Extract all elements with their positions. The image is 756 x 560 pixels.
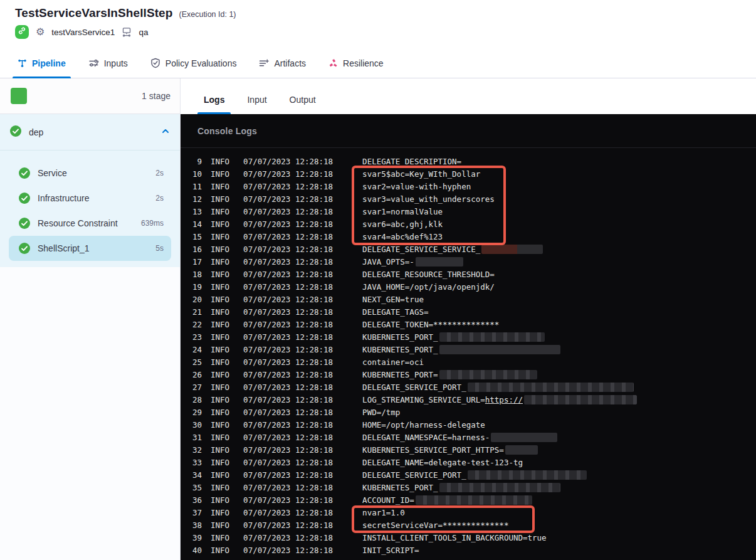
line-number: 21: [187, 307, 202, 317]
chevron-up-icon[interactable]: [161, 127, 170, 138]
stage-group-name: dep: [29, 127, 161, 137]
line-number: 39: [187, 533, 202, 542]
main-nav-tabs: PipelineInputsPolicy EvaluationsArtifact…: [0, 48, 756, 78]
log-level: INFO: [211, 533, 229, 542]
step-success-icon: [19, 243, 30, 254]
execution-id-label: (Execution Id: 1): [179, 10, 236, 19]
resilience-icon: [328, 58, 338, 68]
log-level: INFO: [211, 207, 229, 216]
log-timestamp: 07/07/2023 12:28:18: [243, 207, 333, 216]
redaction-box: [439, 345, 560, 354]
log-link[interactable]: https://: [485, 395, 523, 404]
log-timestamp: 07/07/2023 12:28:18: [243, 357, 333, 367]
log-tab-output[interactable]: Output: [283, 95, 322, 114]
log-text: HOME=/opt/harness-delegate: [362, 420, 485, 430]
log-timestamp: 07/07/2023 12:28:18: [243, 345, 333, 354]
log-text: svar2=value-with-hyphen: [362, 182, 471, 191]
log-timestamp: 07/07/2023 12:28:18: [243, 194, 333, 204]
stage-group: dep Service2sInfrastructure2sResource Co…: [0, 114, 180, 267]
log-text: INSTALL_CLIENT_TOOLS_IN_BACKGROUND=true: [362, 533, 547, 542]
step-name: Service: [38, 168, 155, 178]
log-row: 29INFO07/07/2023 12:28:18PWD=/tmp: [181, 406, 756, 418]
log-level: INFO: [211, 508, 229, 517]
log-message: PWD=/tmp: [362, 408, 400, 417]
redaction-box: [524, 395, 637, 404]
nav-tab-label: Inputs: [104, 58, 128, 68]
log-message: container=oci: [362, 357, 424, 367]
nav-tab-policy-evaluations[interactable]: Policy Evaluations: [145, 48, 242, 78]
step-row-resource-constraint[interactable]: Resource Constraint639ms: [9, 211, 171, 236]
line-number: 16: [187, 245, 202, 254]
log-row: 31INFO07/07/2023 12:28:18DELEGATE_NAMESP…: [181, 431, 756, 443]
step-name: ShellScript_1: [38, 243, 155, 253]
step-duration: 2s: [155, 169, 164, 177]
log-tab-input[interactable]: Input: [241, 95, 273, 114]
console-panel[interactable]: Console Logs 9INFO07/07/2023 12:28:18DEL…: [181, 114, 756, 560]
log-timestamp: 07/07/2023 12:28:18: [243, 420, 333, 430]
log-text: svar3=value_with_underscores: [362, 194, 495, 204]
stage-summary-bar: 1 stage: [0, 78, 180, 114]
log-timestamp: 07/07/2023 12:28:18: [243, 219, 333, 229]
log-timestamp: 07/07/2023 12:28:18: [243, 307, 333, 317]
step-success-icon: [19, 218, 30, 229]
line-number: 32: [187, 445, 202, 455]
step-row-infrastructure[interactable]: Infrastructure2s: [9, 186, 171, 211]
service-name[interactable]: testVarsService1: [51, 28, 115, 37]
nav-tab-inputs[interactable]: Inputs: [83, 48, 133, 78]
log-timestamp: 07/07/2023 12:28:18: [243, 270, 333, 279]
log-message: ACCOUNT_ID=: [362, 495, 532, 505]
environment-icon: [122, 27, 132, 37]
stage-group-header[interactable]: dep: [0, 114, 180, 151]
log-level: INFO: [211, 245, 229, 254]
log-text: JAVA_HOME=/opt/java/openjdk/: [362, 282, 495, 292]
line-number: 31: [187, 433, 202, 442]
redaction-box: [505, 445, 538, 455]
log-tab-logs[interactable]: Logs: [197, 95, 231, 114]
log-message: svar6=abc,ghj,klk: [362, 219, 443, 229]
stage-count-label: 1 stage: [142, 91, 171, 101]
log-level: INFO: [211, 495, 229, 505]
log-timestamp: 07/07/2023 12:28:18: [243, 383, 333, 392]
log-timestamp: 07/07/2023 12:28:18: [243, 370, 333, 379]
redaction-box: [416, 257, 463, 267]
console-log-lines: 9INFO07/07/2023 12:28:18DELEGATE_DESCRIP…: [181, 148, 756, 556]
line-number: 40: [187, 546, 202, 555]
log-message: KUBERNETES_PORT_: [362, 332, 544, 342]
log-timestamp: 07/07/2023 12:28:18: [243, 495, 333, 505]
nav-tab-pipeline[interactable]: Pipeline: [13, 48, 71, 78]
log-message: secretServiceVar=**************: [362, 520, 508, 530]
step-row-shellscript-1[interactable]: ShellScript_15s: [9, 236, 171, 261]
line-number: 36: [187, 495, 202, 505]
step-row-service[interactable]: Service2s: [9, 161, 171, 186]
log-text: LOG_STREAMING_SERVICE_URL=: [362, 395, 485, 404]
log-level: INFO: [211, 232, 229, 241]
log-level: INFO: [211, 520, 229, 530]
log-text: DELEGATE_SERVICE_SERVICE_: [362, 245, 480, 254]
redaction-box: [481, 245, 543, 254]
log-message: svar2=value-with-hyphen: [362, 182, 471, 191]
log-timestamp: 07/07/2023 12:28:18: [243, 508, 333, 517]
log-message: svar4=abc%def%123: [362, 232, 443, 241]
line-number: 23: [187, 332, 202, 342]
redaction-box: [491, 433, 557, 442]
log-message: nvar1=1.0: [362, 508, 405, 517]
log-level: INFO: [211, 483, 229, 492]
log-text: svar5$abc=Key_WIth_Dollar: [362, 169, 480, 179]
stage-status-square[interactable]: [11, 88, 27, 104]
nav-tab-artifacts[interactable]: Artifacts: [254, 48, 311, 78]
step-duration: 2s: [155, 194, 164, 203]
console-title: Console Logs: [197, 126, 257, 136]
line-number: 17: [187, 257, 202, 267]
nav-tab-resilience[interactable]: Resilience: [323, 48, 389, 78]
artifacts-icon: [259, 59, 269, 68]
log-row: 27INFO07/07/2023 12:28:18DELEGATE_SERVIC…: [181, 381, 756, 393]
line-number: 26: [187, 370, 202, 379]
log-level: INFO: [211, 383, 229, 392]
log-row: 40INFO07/07/2023 12:28:18INIT_SCRIPT=: [181, 544, 756, 556]
line-number: 13: [187, 207, 202, 216]
log-row: 32INFO07/07/2023 12:28:18KUBERNETES_SERV…: [181, 443, 756, 456]
log-level: INFO: [211, 546, 229, 555]
environment-name[interactable]: qa: [139, 28, 148, 37]
log-timestamp: 07/07/2023 12:28:18: [243, 320, 333, 329]
log-message: KUBERNETES_PORT_: [362, 483, 560, 492]
